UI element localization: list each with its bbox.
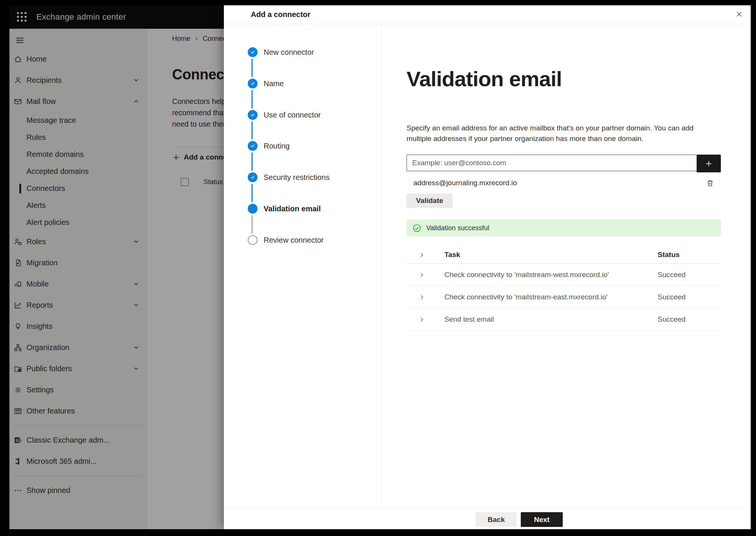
task-column-header: Task xyxy=(444,251,658,259)
step-connector-line xyxy=(251,184,253,202)
panel-body: New connectorNameUse of connectorRouting… xyxy=(224,24,751,508)
step-label: Validation email xyxy=(264,204,321,213)
delete-address-button[interactable] xyxy=(705,178,715,188)
validation-task-table: Task Status Check connectivity to 'mails… xyxy=(407,246,721,331)
chevron-right-icon[interactable] xyxy=(407,317,444,322)
wizard-step-validation-email[interactable]: Validation email xyxy=(248,204,321,214)
step-connector-line xyxy=(251,215,253,234)
wizard-step-new-connector[interactable]: New connector xyxy=(248,47,314,57)
wizard-steps: New connectorNameUse of connectorRouting… xyxy=(224,24,382,508)
step-check-icon xyxy=(248,79,258,88)
plus-icon xyxy=(705,160,713,168)
email-entry-row xyxy=(407,155,721,172)
status-column-header: Status xyxy=(658,251,721,259)
screen: Exchange admin center HomeRecipientsMail… xyxy=(9,5,751,529)
step-label: Security restrictions xyxy=(264,173,330,182)
wizard-step-use-of-connector[interactable]: Use of connector xyxy=(248,110,321,120)
back-button[interactable]: Back xyxy=(476,512,517,527)
step-check-icon xyxy=(248,110,258,120)
add-connector-panel: Add a connector New connectorNameUse of … xyxy=(224,5,751,529)
validation-email-content: Validation email Specify an email addres… xyxy=(382,24,751,508)
step-connector-line xyxy=(251,90,253,108)
chevron-right-icon[interactable] xyxy=(407,252,444,258)
address-list-item: address@journaling.mxrecord.io xyxy=(407,175,721,191)
wizard-step-security-restrictions[interactable]: Security restrictions xyxy=(248,172,330,182)
validation-success-banner: Validation successful xyxy=(407,220,721,236)
step-connector-line xyxy=(251,121,253,139)
task-status: Succeed xyxy=(658,315,721,324)
task-row[interactable]: Send test emailSucceed xyxy=(407,308,721,331)
step-label: New connector xyxy=(264,48,314,57)
description-line: multiple addresses if your partner organ… xyxy=(407,133,721,144)
panel-header: Add a connector xyxy=(224,5,751,24)
step-circle-icon xyxy=(248,204,258,214)
step-check-icon xyxy=(248,47,258,57)
banner-text: Validation successful xyxy=(426,224,489,232)
validate-button[interactable]: Validate xyxy=(407,194,453,208)
description-line: Specify an email address for an active m… xyxy=(407,123,721,133)
task-row[interactable]: Check connectivity to 'mailstream-east.m… xyxy=(407,286,721,308)
table-header-row: Task Status xyxy=(407,246,721,264)
email-input[interactable] xyxy=(407,155,697,171)
address-text: address@journaling.mxrecord.io xyxy=(413,179,517,187)
step-connector-line xyxy=(251,152,253,171)
success-check-icon xyxy=(413,224,421,232)
chevron-right-icon[interactable] xyxy=(407,272,444,278)
task-status: Succeed xyxy=(658,271,721,279)
trash-icon xyxy=(706,179,714,187)
screenshot-frame: Exchange admin center HomeRecipientsMail… xyxy=(0,0,756,536)
step-label: Use of connector xyxy=(264,111,321,119)
step-connector-line xyxy=(251,59,253,77)
step-label: Review connector xyxy=(264,236,324,245)
next-button[interactable]: Next xyxy=(521,512,563,527)
step-check-icon xyxy=(248,172,258,182)
wizard-step-name[interactable]: Name xyxy=(248,79,284,88)
task-status: Succeed xyxy=(658,293,721,301)
step-check-icon xyxy=(248,141,258,151)
chevron-right-icon[interactable] xyxy=(407,294,444,300)
task-name: Check connectivity to 'mailstream-east.m… xyxy=(444,293,658,301)
step-circle-icon xyxy=(248,235,258,245)
task-row[interactable]: Check connectivity to 'mailstream-west.m… xyxy=(407,264,721,286)
task-name: Check connectivity to 'mailstream-west.m… xyxy=(444,271,658,279)
panel-footer: Back Next xyxy=(224,508,751,529)
step-heading: Validation email xyxy=(407,67,721,91)
task-name: Send test email xyxy=(444,315,658,324)
step-label: Name xyxy=(264,79,284,88)
close-icon xyxy=(736,11,743,18)
step-description: Specify an email address for an active m… xyxy=(407,123,721,144)
wizard-step-routing[interactable]: Routing xyxy=(248,141,290,151)
panel-title: Add a connector xyxy=(251,10,310,19)
add-email-button[interactable] xyxy=(697,155,721,172)
task-table-body: Check connectivity to 'mailstream-west.m… xyxy=(407,264,721,331)
step-label: Routing xyxy=(264,142,290,150)
wizard-step-review-connector[interactable]: Review connector xyxy=(248,235,324,245)
close-button[interactable] xyxy=(733,8,745,20)
